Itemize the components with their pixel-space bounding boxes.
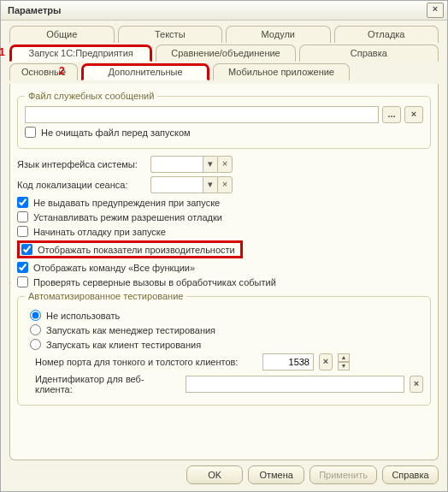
tab-launch-1c[interactable]: Запуск 1С:Предприятия <box>9 44 152 62</box>
tab-row-3: Основные Дополнительные Мобильное прилож… <box>9 63 439 80</box>
cancel-button[interactable]: Отмена <box>248 465 304 484</box>
tab-compare-merge[interactable]: Сравнение/объединение <box>156 44 295 62</box>
port-input[interactable] <box>262 353 314 370</box>
chevron-down-icon[interactable]: ▾ <box>203 156 217 173</box>
webid-input[interactable] <box>186 376 404 393</box>
autotest-none-radio[interactable] <box>30 310 41 321</box>
port-label: Номер порта для тонкого и толстого клиен… <box>35 357 257 367</box>
autotest-client-radio[interactable] <box>30 339 41 350</box>
interface-lang-select[interactable]: ▾ × <box>150 156 233 173</box>
tab-additional[interactable]: Дополнительные <box>81 63 209 80</box>
locale-code-select[interactable]: ▾ × <box>150 176 233 193</box>
titlebar: Параметры × <box>1 1 447 21</box>
show-perf-row: Отображать показатели производительности <box>17 240 243 258</box>
set-debug-mode-label: Устанавливать режим разрешения отладки <box>33 212 222 222</box>
all-funcs-label: Отображать команду «Все функции» <box>33 263 195 273</box>
no-warn-checkbox[interactable] <box>17 197 28 208</box>
autotest-manager-label: Запускать как менеджер тестирования <box>46 325 215 335</box>
service-messages-group: Файл служебных сообщений ... × Не очищат… <box>17 91 431 149</box>
parameters-window: Параметры × Общие Тексты Модули Отладка … <box>0 0 448 492</box>
tab-row-2: Запуск 1С:Предприятия Сравнение/объедине… <box>9 44 439 62</box>
webid-label: Идентификатор для веб-клиента: <box>35 374 180 394</box>
dialog-buttons: OK Отмена Применить Справка <box>1 460 447 491</box>
service-messages-legend: Файл служебных сообщений <box>25 91 157 101</box>
port-clear-button[interactable]: × <box>319 353 333 370</box>
marker-2: 2 <box>59 65 65 77</box>
close-icon[interactable]: × <box>427 3 444 18</box>
tab-body: Файл служебных сообщений ... × Не очищат… <box>9 84 439 460</box>
webid-clear-button[interactable]: × <box>410 376 423 393</box>
autotest-legend: Автоматизированное тестирование <box>25 291 186 301</box>
start-debug-label: Начинать отладку при запуске <box>33 227 166 237</box>
ok-button[interactable]: OK <box>186 465 243 484</box>
show-perf-label: Отображать показатели производительности <box>38 245 235 255</box>
tab-modules[interactable]: Модули <box>226 26 331 43</box>
service-file-path-input[interactable] <box>25 106 379 123</box>
interface-lang-value[interactable] <box>150 156 203 173</box>
tab-general[interactable]: Общие <box>9 26 115 43</box>
autotest-manager-radio[interactable] <box>30 324 41 335</box>
check-server-checkbox[interactable] <box>17 276 28 287</box>
apply-button: Применить <box>309 465 377 484</box>
tab-mobile-app[interactable]: Мобильное приложение <box>213 63 350 80</box>
autotest-group: Автоматизированное тестирование Не испол… <box>17 291 431 406</box>
locale-code-label: Код локализации сеанса: <box>17 180 145 190</box>
help-button[interactable]: Справка <box>382 465 439 484</box>
clear-locale-button[interactable]: × <box>217 176 233 193</box>
autotest-client-label: Запускать как клиент тестирования <box>46 340 201 350</box>
tab-row-1: Общие Тексты Модули Отладка <box>9 26 439 43</box>
tab-debug[interactable]: Отладка <box>334 26 439 43</box>
all-funcs-checkbox[interactable] <box>17 262 28 273</box>
chevron-down-icon[interactable]: ▾ <box>203 176 217 193</box>
interface-lang-label: Язык интерфейса системы: <box>17 159 145 169</box>
start-debug-checkbox[interactable] <box>17 226 28 237</box>
clear-lang-button[interactable]: × <box>217 156 233 173</box>
noclean-checkbox[interactable] <box>25 127 36 138</box>
show-perf-checkbox[interactable] <box>21 244 32 255</box>
noclean-label: Не очищать файл перед запуском <box>41 127 191 138</box>
spinner-down-icon[interactable]: ▼ <box>338 362 350 370</box>
check-server-label: Проверять серверные вызовы в обработчика… <box>33 277 276 287</box>
clear-path-button[interactable]: × <box>404 106 423 123</box>
browse-button[interactable]: ... <box>382 106 401 123</box>
no-warn-label: Не выдавать предупреждения при запуске <box>33 198 220 208</box>
tab-help[interactable]: Справка <box>299 44 439 62</box>
marker-1: 1 <box>0 46 5 58</box>
tab-texts[interactable]: Тексты <box>118 26 223 43</box>
spinner-up-icon[interactable]: ▲ <box>338 353 350 362</box>
tab-main[interactable]: Основные <box>9 63 78 80</box>
autotest-none-label: Не использовать <box>46 311 120 321</box>
set-debug-mode-checkbox[interactable] <box>17 211 28 222</box>
locale-code-value[interactable] <box>150 176 203 193</box>
port-spinner[interactable]: ▲ ▼ <box>338 353 350 370</box>
marker-3: 3 <box>9 276 11 287</box>
tabs-area: Общие Тексты Модули Отладка 1 Запуск 1С:… <box>1 21 447 84</box>
window-title: Параметры <box>8 5 61 15</box>
